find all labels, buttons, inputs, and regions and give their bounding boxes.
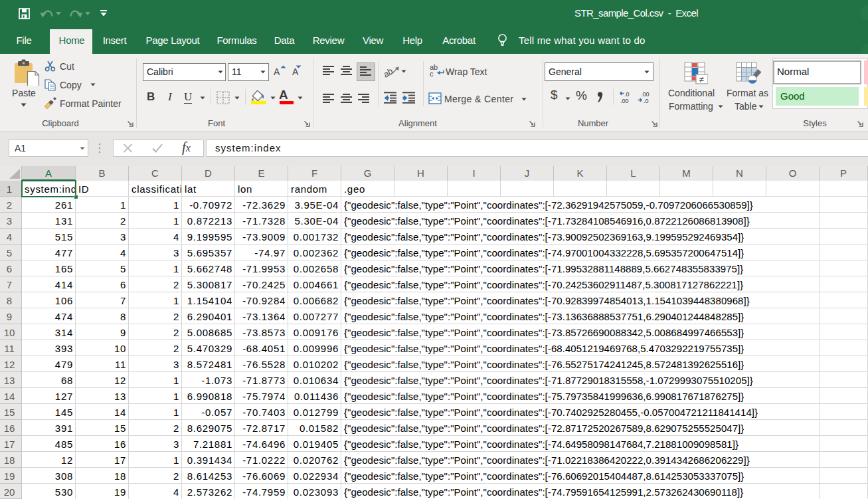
svg-text:.0: .0	[644, 98, 649, 104]
svg-text:.00: .00	[620, 98, 629, 104]
svg-text:.0: .0	[624, 91, 630, 98]
svg-text:≠: ≠	[699, 74, 704, 84]
svg-text:.00: .00	[641, 91, 650, 98]
